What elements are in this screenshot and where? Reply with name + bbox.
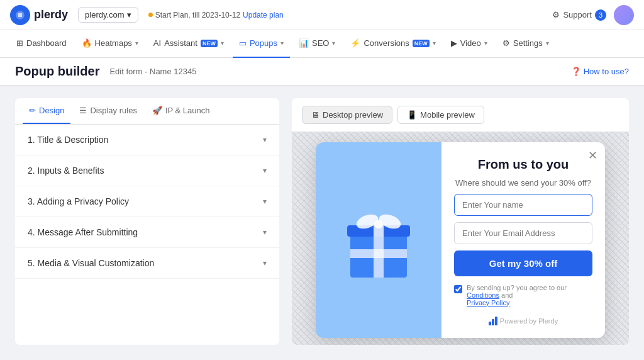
domain-selector[interactable]: plerdy.com ▾ — [78, 7, 138, 23]
accordion-label-4: 4. Message After Submitting — [28, 227, 138, 237]
popup-icon: ▭ — [239, 38, 247, 48]
video-icon: ▶ — [451, 38, 457, 48]
svg-rect-5 — [350, 249, 407, 258]
support-button[interactable]: ⚙ Support 3 — [552, 9, 606, 21]
topbar-right: ⚙ Support 3 — [552, 5, 634, 25]
grid-icon: ⊞ — [16, 38, 23, 48]
nav-label-dashboard: Dashboard — [26, 38, 67, 48]
preview-area: ✕ — [292, 132, 629, 345]
accordion-item-3: 3. Adding a Privacy Policy ▾ — [15, 186, 279, 217]
accordion-item-5: 5. Media & Visual Customization ▾ — [15, 248, 279, 279]
svg-point-8 — [374, 220, 383, 228]
popup-card: ✕ — [316, 142, 605, 338]
nav-label-heatmaps: Heatmaps — [95, 38, 132, 48]
accordion-header-5[interactable]: 5. Media & Visual Customization ▾ — [15, 248, 279, 278]
settings-chevron: ▾ — [546, 40, 549, 47]
domain-value: plerdy.com — [85, 10, 125, 20]
accordion-header-1[interactable]: 1. Title & Description ▾ — [15, 125, 279, 155]
settings-icon: ⚙ — [502, 38, 510, 48]
plan-badge: Start Plan, till 2023-10-12 Update plan — [148, 11, 284, 20]
chevron-icon-3: ▾ — [263, 197, 267, 206]
popups-chevron: ▾ — [280, 40, 284, 47]
ai-icon: AI — [153, 38, 161, 48]
tab-ip-launch[interactable]: 🚀 IP & Launch — [146, 98, 216, 124]
bar-1 — [489, 322, 491, 325]
chevron-icon-2: ▾ — [263, 166, 267, 175]
popup-name-input[interactable] — [454, 194, 592, 216]
bar-2 — [492, 319, 494, 325]
avatar[interactable] — [614, 5, 634, 25]
logo-icon — [10, 5, 30, 25]
support-count: 3 — [595, 9, 606, 21]
accordion-header-2[interactable]: 2. Inputs & Benefits ▾ — [15, 155, 279, 186]
accordion-label-5: 5. Media & Visual Customization — [28, 258, 154, 268]
mobile-preview-label: Mobile preview — [420, 110, 475, 120]
avatar-image — [614, 5, 634, 25]
accordion-label-2: 2. Inputs & Benefits — [28, 166, 104, 176]
page-title: Popup builder — [15, 64, 99, 79]
accordion-list: 1. Title & Description ▾ 2. Inputs & Ben… — [15, 125, 279, 279]
tab-design[interactable]: ✏ Design — [23, 98, 70, 124]
chevron-icon-4: ▾ — [263, 228, 267, 237]
accordion-header-4[interactable]: 4. Message After Submitting ▾ — [15, 217, 279, 247]
accordion-label-3: 3. Adding a Privacy Policy — [28, 196, 129, 206]
how-to-use-link[interactable]: ❓ How to use? — [571, 67, 629, 76]
privacy-checkbox[interactable] — [454, 285, 462, 293]
plan-text: Start Plan, till 2023-10-12 — [155, 11, 240, 20]
popup-powered: Powered by Plerdy — [454, 317, 592, 325]
conditions-link[interactable]: Conditions — [467, 291, 499, 299]
popup-subtitle: Where should we send your 30% off? — [454, 178, 592, 188]
fire-icon: 🔥 — [82, 38, 92, 48]
nav-item-dashboard[interactable]: ⊞ Dashboard — [10, 30, 73, 58]
popup-form-side: From us to you Where should we send your… — [441, 142, 605, 338]
logo[interactable]: plerdy — [10, 5, 68, 25]
nav-label-assistant: Assistant — [164, 38, 197, 48]
nav-item-conversions[interactable]: ⚡ Conversions NEW ▾ — [344, 30, 441, 58]
accordion-label-1: 1. Title & Description — [28, 135, 108, 145]
privacy-policy-link[interactable]: Privacy Policy — [467, 299, 509, 307]
accordion-item-2: 2. Inputs & Benefits ▾ — [15, 155, 279, 186]
main-content: ✏ Design ☰ Display rules 🚀 IP & Launch 1… — [0, 86, 644, 357]
nav-item-video[interactable]: ▶ Video ▾ — [445, 30, 494, 58]
domain-chevron: ▾ — [127, 10, 131, 20]
accordion-header-3[interactable]: 3. Adding a Privacy Policy ▾ — [15, 186, 279, 217]
gift-box-image — [341, 199, 416, 281]
popup-title: From us to you — [454, 157, 592, 172]
heatmaps-chevron: ▾ — [135, 40, 138, 47]
conversions-badge: NEW — [413, 40, 430, 47]
seo-chevron: ▾ — [332, 40, 335, 47]
list-icon: ☰ — [79, 106, 87, 115]
plerdy-logo-icon — [489, 317, 497, 325]
tab-display-rules[interactable]: ☰ Display rules — [73, 98, 143, 124]
nav-item-seo[interactable]: 📊 SEO ▾ — [292, 30, 341, 58]
question-icon: ❓ — [571, 67, 581, 76]
preview-toolbar: 🖥 Desktop preview 📱 Mobile preview — [292, 98, 629, 132]
popup-cta-button[interactable]: Get my 30% off — [454, 250, 592, 276]
gear-icon: ⚙ — [552, 10, 560, 20]
conversions-icon: ⚡ — [350, 38, 360, 48]
nav-item-settings[interactable]: ⚙ Settings ▾ — [496, 30, 555, 58]
tab-display-rules-label: Display rules — [90, 106, 136, 115]
topbar: plerdy plerdy.com ▾ Start Plan, till 202… — [0, 0, 644, 30]
popup-close-button[interactable]: ✕ — [588, 149, 597, 162]
nav-item-popups[interactable]: ▭ Popups ▾ — [233, 30, 290, 58]
popup-image-side — [316, 142, 441, 338]
accordion-item-4: 4. Message After Submitting ▾ — [15, 217, 279, 248]
pencil-icon: ✏ — [29, 106, 36, 115]
nav-item-heatmaps[interactable]: 🔥 Heatmaps ▾ — [75, 30, 145, 58]
right-panel: 🖥 Desktop preview 📱 Mobile preview ✕ — [292, 98, 629, 345]
privacy-text: By sending up? you agree to our — [467, 284, 567, 291]
video-chevron: ▾ — [484, 40, 487, 47]
desktop-icon: 🖥 — [311, 110, 319, 120]
update-plan-link[interactable]: Update plan — [243, 11, 284, 20]
chevron-icon-1: ▾ — [263, 135, 267, 144]
tab-ip-launch-label: IP & Launch — [165, 106, 210, 115]
assistant-badge: NEW — [201, 40, 218, 47]
powered-by-text: Powered by Plerdy — [500, 317, 558, 325]
mobile-preview-button[interactable]: 📱 Mobile preview — [397, 106, 484, 124]
nav-item-assistant[interactable]: AI Assistant NEW ▾ — [147, 30, 230, 58]
assistant-chevron: ▾ — [221, 40, 224, 47]
nav-label-settings: Settings — [513, 38, 543, 48]
popup-email-input[interactable] — [454, 222, 592, 244]
desktop-preview-button[interactable]: 🖥 Desktop preview — [302, 106, 392, 124]
